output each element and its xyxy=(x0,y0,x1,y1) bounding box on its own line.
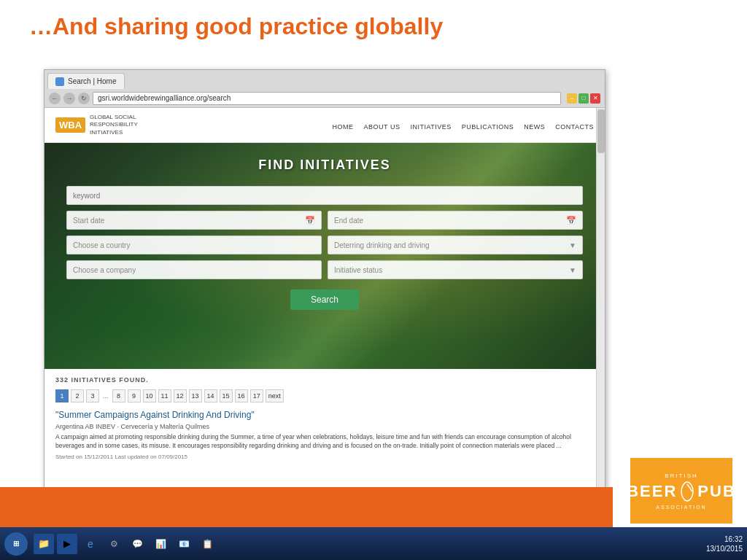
status-chevron-icon: ▼ xyxy=(569,266,576,274)
page-btn-10[interactable]: 10 xyxy=(143,389,156,402)
company-select[interactable]: Choose a company xyxy=(66,260,322,279)
orange-bar xyxy=(0,487,613,527)
address-text: gsri.worldwidebrewingalliance.org/search xyxy=(98,94,231,102)
beer-pub-brand-sub: ASSOCIATION xyxy=(656,505,706,510)
page-ellipsis: ... xyxy=(101,392,110,400)
taskbar-icon-powerpoint[interactable]: 📊 xyxy=(150,534,171,554)
taskbar-icon-outlook[interactable]: 📧 xyxy=(174,534,194,554)
active-tab[interactable]: Search | Home xyxy=(47,73,125,89)
keyword-row xyxy=(66,186,583,205)
page-btn-2[interactable]: 2 xyxy=(71,389,84,402)
nav-home[interactable]: HOME xyxy=(333,123,354,131)
start-date-field[interactable]: Start date 📅 xyxy=(66,211,322,230)
nav-about[interactable]: ABOUT US xyxy=(364,123,400,131)
search-button[interactable]: Search xyxy=(290,289,359,310)
nav-initiatives[interactable]: INITIATIVES xyxy=(410,123,451,131)
beer-pub-brand-main: BEER PUB xyxy=(627,481,736,502)
initiative-item: "Summer Campaigns Against Drinking And D… xyxy=(55,410,594,460)
end-date-label: End date xyxy=(334,217,363,225)
reload-button[interactable]: ↻ xyxy=(78,93,90,104)
address-bar[interactable]: gsri.worldwidebrewingalliance.org/search xyxy=(93,92,561,105)
browser-toolbar: ← → ↻ gsri.worldwidebrewingalliance.org/… xyxy=(44,89,605,107)
website-content: WBA GLOBAL SOCIALRESPONSIBILITYINITIATIV… xyxy=(44,108,605,499)
country-category-row: Choose a country Deterring drinking and … xyxy=(66,236,583,254)
status-select[interactable]: Initiative status ▼ xyxy=(328,260,583,279)
initiative-meta: Argentina AB INBEV · Cervecería y Malter… xyxy=(55,423,594,430)
results-count: 332 INITIATIVES FOUND. xyxy=(55,376,594,384)
initiative-dates: Started on 15/12/2011 Last updated on 07… xyxy=(55,454,594,460)
nav-news[interactable]: NEWS xyxy=(524,123,545,131)
page-btn-3[interactable]: 3 xyxy=(86,389,99,402)
initiative-description: A campaign aimed at promoting responsibl… xyxy=(55,433,594,451)
start-button[interactable]: ⊞ xyxy=(4,532,28,556)
pagination: 1 2 3 ... 8 9 10 11 12 13 14 15 16 17 ne… xyxy=(55,389,594,402)
nav-contacts[interactable]: CONTACTS xyxy=(555,123,594,131)
category-select[interactable]: Deterring drinking and driving ▼ xyxy=(328,236,583,254)
start-date-label: Start date xyxy=(73,217,104,225)
tab-label: Search | Home xyxy=(68,77,117,85)
browser-tabs: Search | Home xyxy=(44,70,605,89)
maximize-button[interactable]: □ xyxy=(578,93,589,104)
back-button[interactable]: ← xyxy=(49,93,61,104)
taskbar-icon-excel[interactable]: 📋 xyxy=(197,534,217,554)
forward-button[interactable]: → xyxy=(63,93,75,104)
nav-publications[interactable]: PUBLICATIONS xyxy=(462,123,514,131)
end-date-calendar-icon: 📅 xyxy=(566,216,576,225)
initiative-title[interactable]: "Summer Campaigns Against Drinking And D… xyxy=(55,410,594,420)
taskbar-icon-settings[interactable]: ⚙ xyxy=(104,534,124,554)
system-clock: 16:32 13/10/2015 xyxy=(706,534,743,553)
taskbar-icon-skype[interactable]: 💬 xyxy=(127,534,147,554)
company-status-row: Choose a company Initiative status ▼ xyxy=(66,260,583,279)
company-label: Choose a company xyxy=(73,266,136,274)
country-select[interactable]: Choose a country xyxy=(66,236,322,254)
wba-badge: WBA xyxy=(55,117,85,133)
end-date-field[interactable]: End date 📅 xyxy=(328,211,583,230)
page-btn-11[interactable]: 11 xyxy=(158,389,171,402)
category-chevron-icon: ▼ xyxy=(569,241,576,249)
hero-section: FIND INITIATIVES Start date 📅 End date 📅 xyxy=(44,143,605,369)
page-next-btn[interactable]: next xyxy=(266,389,284,402)
taskbar-right: 16:32 13/10/2015 xyxy=(706,534,743,553)
page-btn-15[interactable]: 15 xyxy=(220,389,233,402)
window-controls: – □ ✕ xyxy=(567,93,600,104)
category-label: Deterring drinking and driving xyxy=(334,241,430,249)
status-label: Initiative status xyxy=(334,266,382,274)
results-section: 332 INITIATIVES FOUND. 1 2 3 ... 8 9 10 … xyxy=(44,369,605,467)
taskbar-icon-folder[interactable]: 📁 xyxy=(34,534,54,554)
taskbar-icon-ie[interactable]: e xyxy=(80,534,101,554)
close-button[interactable]: ✕ xyxy=(590,93,600,104)
minimize-button[interactable]: – xyxy=(567,93,577,104)
site-nav: WBA GLOBAL SOCIALRESPONSIBILITYINITIATIV… xyxy=(44,108,605,143)
wba-subtext: GLOBAL SOCIALRESPONSIBILITYINITIATIVES xyxy=(90,114,138,136)
browser-window: Search | Home ← → ↻ gsri.worldwidebrewin… xyxy=(44,69,605,499)
beer-pub-brand-top: BRITISH xyxy=(665,472,698,479)
taskbar: ⊞ 📁 ▶ e ⚙ 💬 📊 📧 📋 16:32 13/10/2015 xyxy=(0,527,747,560)
hero-content: FIND INITIATIVES Start date 📅 End date 📅 xyxy=(44,143,605,324)
page-btn-8[interactable]: 8 xyxy=(112,389,125,402)
browser-chrome: Search | Home ← → ↻ gsri.worldwidebrewin… xyxy=(44,70,605,108)
clock-date: 13/10/2015 xyxy=(706,544,743,553)
page-btn-16[interactable]: 16 xyxy=(235,389,248,402)
find-initiatives-title: FIND INITIATIVES xyxy=(66,158,583,173)
page-btn-14[interactable]: 14 xyxy=(204,389,217,402)
nav-links: HOME ABOUT US INITIATIVES PUBLICATIONS N… xyxy=(333,119,594,132)
keyword-input[interactable] xyxy=(66,186,583,205)
page-btn-12[interactable]: 12 xyxy=(174,389,187,402)
page-btn-1[interactable]: 1 xyxy=(55,389,69,402)
start-date-calendar-icon: 📅 xyxy=(305,216,315,225)
slide-title: …And sharing good practice globally xyxy=(0,0,747,49)
tab-favicon xyxy=(55,77,64,86)
beer-pub-logo: BRITISH BEER PUB ASSOCIATION xyxy=(630,458,732,524)
country-label: Choose a country xyxy=(73,241,130,249)
clock-time: 16:32 xyxy=(706,534,743,544)
wba-logo: WBA GLOBAL SOCIALRESPONSIBILITYINITIATIV… xyxy=(55,114,138,136)
page-btn-13[interactable]: 13 xyxy=(189,389,202,402)
date-row: Start date 📅 End date 📅 xyxy=(66,211,583,230)
page-btn-17[interactable]: 17 xyxy=(250,389,263,402)
taskbar-icon-media[interactable]: ▶ xyxy=(57,534,77,554)
page-btn-9[interactable]: 9 xyxy=(128,389,141,402)
